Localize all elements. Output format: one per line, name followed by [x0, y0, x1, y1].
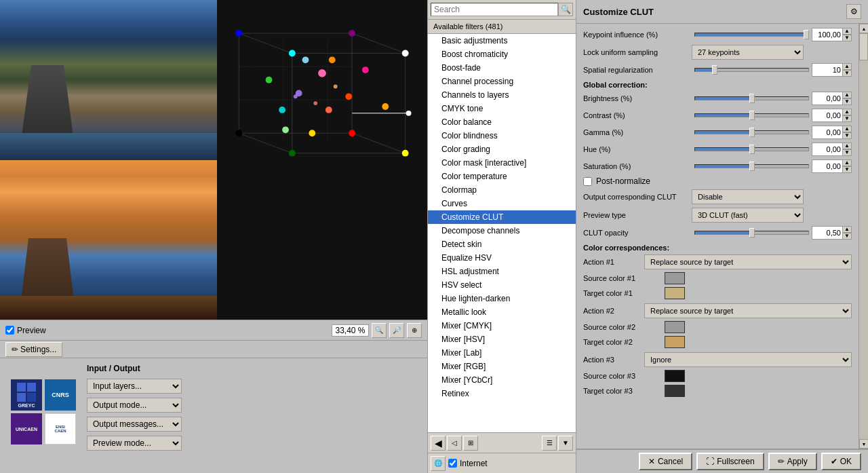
input-layers-select[interactable]: Input layers... [87, 379, 182, 394]
filter-item-basic-adjustments[interactable]: Basic adjustments [428, 34, 576, 48]
filter-item-mixer-cmyk[interactable]: Mixer [CMYK] [428, 319, 576, 333]
filter-item-hsl-adjustment[interactable]: HSL adjustment [428, 265, 576, 278]
spatial-regularization-spin-up[interactable]: ▲ [842, 63, 852, 70]
action1-select[interactable]: Replace source by target Ignore [644, 254, 852, 269]
globe-btn[interactable]: 🌐 [431, 456, 446, 471]
brightness-spin-up[interactable]: ▲ [842, 92, 852, 98]
filter-item-color-grading[interactable]: Color grading [428, 143, 576, 156]
zoom-in-btn[interactable]: 🔍 [372, 323, 387, 338]
contrast-slider[interactable] [694, 110, 809, 121]
filter-item-color-blindness[interactable]: Color blindness [428, 129, 576, 143]
contrast-input[interactable] [812, 109, 842, 122]
filter-item-curves[interactable]: Curves [428, 197, 576, 210]
output-clut-select[interactable]: Disable [692, 189, 804, 204]
filter-list-btn[interactable]: ☰ [542, 436, 557, 451]
filter-item-customize-clut[interactable]: Customize CLUT [428, 210, 576, 224]
clut-settings-btn[interactable]: ⚙ [846, 4, 861, 19]
cancel-button[interactable]: ✕ Cancel [639, 453, 692, 470]
preview-type-select[interactable]: 3D CLUT (fast) [692, 208, 804, 223]
gamma-input[interactable] [812, 126, 842, 139]
saturation-slider[interactable] [694, 161, 809, 172]
filter-item-decompose-channels[interactable]: Decompose channels [428, 224, 576, 238]
keypoint-influence-input[interactable]: 100,00 [812, 28, 842, 41]
filter-item-mixer-ycbcr[interactable]: Mixer [YCbCr] [428, 373, 576, 387]
saturation-input[interactable] [812, 159, 842, 173]
scroll-down-btn[interactable]: ▼ [859, 439, 868, 449]
action3-select[interactable]: Ignore Replace source by target [644, 352, 852, 367]
source-color1-swatch[interactable] [665, 272, 685, 284]
gamma-spin-up[interactable]: ▲ [842, 126, 852, 132]
filter-item-equalize-hsv[interactable]: Equalize HSV [428, 251, 576, 265]
apply-button[interactable]: ✏ Apply [768, 453, 817, 470]
internet-check[interactable] [448, 459, 457, 468]
source-color2-swatch[interactable] [665, 321, 685, 333]
search-input[interactable] [431, 3, 558, 16]
keypoint-influence-spin-up[interactable]: ▲ [842, 28, 852, 35]
zoom-fit-btn[interactable]: ⊕ [407, 323, 422, 338]
spatial-regularization-slider[interactable] [694, 64, 809, 75]
filter-item-retinex[interactable]: Retinex [428, 387, 576, 400]
hue-spin-down[interactable]: ▼ [842, 149, 852, 156]
filter-item-mixer-hsv[interactable]: Mixer [HSV] [428, 333, 576, 346]
filter-item-mixer-rgb[interactable]: Mixer [RGB] [428, 360, 576, 373]
clut-opacity-input[interactable] [812, 226, 842, 240]
filter-prev-btn[interactable]: ◁ [447, 436, 462, 451]
filter-next-btn[interactable]: ⊞ [463, 436, 478, 451]
filter-down-btn[interactable]: ▼ [558, 436, 573, 451]
settings-button[interactable]: ✏ Settings... [5, 342, 62, 357]
brightness-slider[interactable] [694, 93, 809, 104]
clut-opacity-slider[interactable] [694, 227, 809, 238]
preview-checkbox[interactable]: Preview [5, 326, 46, 335]
contrast-spin-up[interactable]: ▲ [842, 109, 852, 115]
spatial-regularization-input[interactable]: 10 [812, 63, 842, 77]
ok-label: OK [840, 457, 852, 466]
filter-item-color-temperature[interactable]: Color temperature [428, 170, 576, 183]
hue-slider[interactable] [694, 144, 809, 155]
post-normalize-check[interactable] [583, 177, 592, 186]
keypoint-influence-spin-down[interactable]: ▼ [842, 35, 852, 41]
fullscreen-button[interactable]: ⛶ Fullscreen [696, 453, 764, 470]
preview-mode-select[interactable]: Preview mode... [87, 436, 182, 451]
target-color3-swatch[interactable] [665, 385, 685, 397]
contrast-spin-down[interactable]: ▼ [842, 115, 852, 122]
filter-item-colormap[interactable]: Colormap [428, 183, 576, 197]
gamma-slider[interactable] [694, 127, 809, 138]
filter-item-hsv-select[interactable]: HSV select [428, 278, 576, 292]
filter-item-channel-processing[interactable]: Channel processing [428, 75, 576, 88]
filter-item-metallic-look[interactable]: Metallic look [428, 305, 576, 319]
output-mode-select[interactable]: Output mode... [87, 398, 182, 413]
scroll-thumb[interactable] [859, 33, 868, 60]
zoom-out-btn[interactable]: 🔎 [389, 323, 404, 338]
hue-spin-up[interactable]: ▲ [842, 143, 852, 149]
source-color3-swatch[interactable] [665, 370, 685, 382]
output-messages-select[interactable]: Output messages... [87, 417, 182, 432]
filter-item-boost-fade[interactable]: Boost-fade [428, 61, 576, 75]
keypoint-influence-slider[interactable] [694, 29, 809, 40]
filter-item-cmyk-tone[interactable]: CMYK tone [428, 102, 576, 115]
scroll-up-btn[interactable]: ▲ [859, 24, 868, 33]
filter-item-boost-chromaticity[interactable]: Boost chromaticity [428, 48, 576, 61]
brightness-input[interactable] [812, 92, 842, 105]
filter-item-mixer-lab[interactable]: Mixer [Lab] [428, 346, 576, 360]
filter-item-color-balance[interactable]: Color balance [428, 115, 576, 129]
saturation-spin-up[interactable]: ▲ [842, 159, 852, 166]
filter-item-detect-skin[interactable]: Detect skin [428, 238, 576, 251]
search-button[interactable]: 🔍 [558, 3, 573, 16]
clut-opacity-spin-down[interactable]: ▼ [842, 233, 852, 240]
saturation-spin-down[interactable]: ▼ [842, 166, 852, 173]
filter-add-btn[interactable]: ◀ [431, 436, 446, 451]
preview-check[interactable] [5, 326, 14, 335]
hue-input[interactable] [812, 143, 842, 156]
action2-select[interactable]: Replace source by target Ignore [644, 303, 852, 318]
clut-opacity-spin-up[interactable]: ▲ [842, 226, 852, 233]
filter-item-color-mask[interactable]: Color mask [interactive] [428, 156, 576, 170]
filter-item-hue-lighten-darken[interactable]: Hue lighten-darken [428, 292, 576, 305]
target-color2-swatch[interactable] [665, 336, 685, 348]
spatial-regularization-spin-down[interactable]: ▼ [842, 70, 852, 77]
lock-uniform-sampling-select[interactable]: 27 keypoints [692, 45, 804, 60]
brightness-spin-down[interactable]: ▼ [842, 98, 852, 105]
ok-button[interactable]: ✔ OK [821, 453, 861, 470]
gamma-spin-down[interactable]: ▼ [842, 132, 852, 139]
filter-item-channels-to-layers[interactable]: Channels to layers [428, 88, 576, 102]
target-color1-swatch[interactable] [665, 287, 685, 299]
